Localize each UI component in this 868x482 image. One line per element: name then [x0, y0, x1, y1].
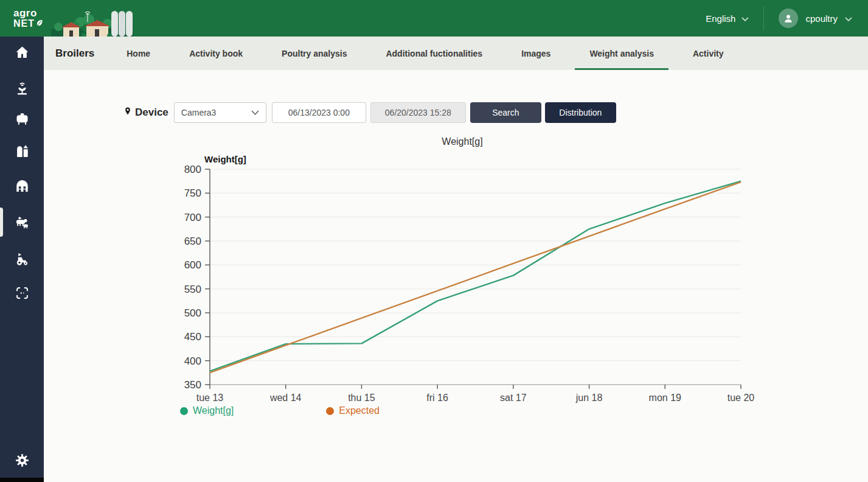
weight-line-chart: 350400450500550600650700750800tue 13wed … — [170, 131, 754, 405]
sidebar-item-livestock[interactable] — [0, 206, 44, 240]
livestock-icon — [14, 214, 30, 233]
gear-icon — [14, 452, 30, 471]
leaf-icon — [35, 18, 44, 29]
home-icon — [14, 44, 30, 63]
sidebar-item-barn[interactable] — [0, 170, 44, 204]
tab-images[interactable]: Images — [507, 37, 565, 70]
username-label: cpoultry — [805, 13, 838, 24]
chevron-down-icon — [251, 108, 259, 117]
tab-bar: Broilers Home Activity book Poultry anal… — [44, 37, 868, 70]
chart-legend: Weight[g] Expected — [180, 405, 380, 416]
svg-text:750: 750 — [184, 187, 201, 199]
legend-label-expected: Expected — [339, 405, 380, 416]
chevron-down-icon — [845, 13, 852, 24]
sidebar-item-silos[interactable] — [0, 135, 44, 169]
svg-text:tue 20: tue 20 — [727, 393, 754, 403]
svg-text:650: 650 — [184, 236, 201, 247]
chevron-down-icon — [741, 13, 749, 24]
svg-text:800: 800 — [184, 164, 201, 175]
legend-dot-weight — [180, 407, 188, 415]
avatar — [779, 9, 798, 28]
svg-text:700: 700 — [184, 212, 201, 223]
sidebar-item-scan[interactable] — [0, 277, 44, 311]
sidebar-item-settings[interactable] — [0, 444, 44, 478]
svg-text:jun 18: jun 18 — [575, 393, 603, 403]
svg-text:thu 15: thu 15 — [348, 393, 375, 403]
svg-text:sat 17: sat 17 — [500, 393, 527, 403]
legend-label-weight: Weight[g] — [193, 405, 234, 416]
date-from-input[interactable]: 06/13/2023 0:00 — [272, 102, 366, 123]
tab-home[interactable]: Home — [112, 37, 165, 70]
tab-additional-functionalities[interactable]: Additional fuctionalities — [371, 37, 497, 70]
date-to-input[interactable]: 06/20/2023 15:28 — [370, 102, 466, 123]
svg-text:600: 600 — [184, 259, 201, 271]
top-header: agro NET — [0, 0, 868, 37]
svg-text:mon 19: mon 19 — [649, 393, 681, 403]
silo-icon — [14, 143, 30, 162]
sidebar-item-feed-tank[interactable] — [0, 103, 44, 137]
legend-dot-expected — [326, 407, 334, 415]
svg-text:350: 350 — [184, 379, 201, 391]
tab-activity[interactable]: Activity — [678, 37, 738, 70]
search-button[interactable]: Search — [470, 102, 541, 123]
barn-icon — [14, 178, 30, 197]
logo-text-net: NET — [13, 19, 35, 29]
sidebar-item-crop-monitoring[interactable] — [0, 72, 44, 107]
svg-text:400: 400 — [184, 355, 201, 367]
plant-monitor-icon — [14, 80, 30, 99]
tractor-icon — [14, 251, 30, 270]
user-menu[interactable]: cpoultry — [779, 9, 852, 28]
tab-weight-analysis[interactable]: Weight analysis — [575, 37, 668, 70]
page: agro NET — [0, 0, 868, 482]
language-label: English — [706, 13, 735, 24]
sidebar-item-home[interactable] — [0, 37, 44, 71]
sidebar-item-machinery[interactable] — [0, 243, 44, 277]
language-selector[interactable]: English — [706, 13, 749, 24]
legend-item-expected[interactable]: Expected — [326, 405, 380, 416]
section-title-broilers[interactable]: Broilers — [55, 47, 94, 60]
svg-text:500: 500 — [184, 307, 201, 319]
tab-poultry-analysis[interactable]: Poultry analysis — [267, 37, 361, 70]
feed-tank-icon — [14, 111, 30, 130]
device-select[interactable]: Camera3 — [174, 102, 266, 123]
device-label: Device — [123, 105, 168, 120]
location-pin-icon — [123, 105, 132, 120]
agronet-logo[interactable]: agro NET — [13, 8, 51, 29]
header-divider — [763, 6, 764, 30]
legend-item-weight[interactable]: Weight[g] — [180, 405, 234, 416]
distribution-button[interactable]: Distribution — [545, 102, 616, 123]
svg-text:450: 450 — [184, 331, 201, 343]
svg-text:tue 13: tue 13 — [196, 393, 224, 403]
sidebar-active-indicator — [0, 208, 3, 237]
farm-illustration — [51, 4, 133, 37]
device-select-value: Camera3 — [181, 108, 217, 117]
svg-text:550: 550 — [184, 284, 201, 295]
svg-text:fri 16: fri 16 — [426, 393, 448, 403]
sidebar-nav — [0, 37, 44, 482]
scan-icon — [14, 285, 30, 304]
svg-text:wed 14: wed 14 — [269, 393, 302, 403]
tab-activity-book[interactable]: Activity book — [175, 37, 257, 70]
sidebar-bottom-strip — [0, 478, 44, 482]
filter-row: Device Camera3 06/13/2023 0:00 06/20/202… — [123, 102, 616, 124]
logo-text-agro: agro — [13, 8, 51, 18]
